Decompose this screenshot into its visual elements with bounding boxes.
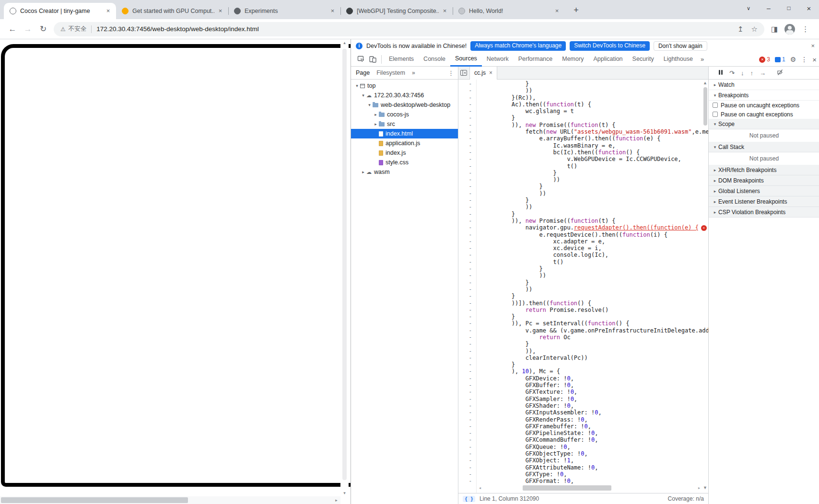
scrollbar-thumb[interactable]: [703, 87, 707, 126]
gutter-line-marker[interactable]: -: [458, 423, 476, 430]
gutter-line-marker[interactable]: -: [458, 436, 476, 443]
section-header-csp-violation-breakpoints[interactable]: ▸CSP Violation Breakpoints: [709, 207, 819, 218]
gutter-line-marker[interactable]: -: [458, 142, 476, 149]
navigator-tab-page[interactable]: Page: [356, 69, 370, 76]
gutter-line-marker[interactable]: -: [458, 238, 476, 245]
tab-close-icon[interactable]: ×: [328, 7, 337, 15]
profile-avatar[interactable]: [784, 24, 795, 34]
scroll-left-arrow-icon[interactable]: ◂: [477, 485, 483, 491]
more-tabs-icon[interactable]: »: [412, 69, 415, 76]
panel-tab-lighthouse[interactable]: Lighthouse: [659, 52, 698, 67]
forward-button[interactable]: →: [20, 22, 35, 37]
gutter-line-marker[interactable]: -: [458, 204, 476, 210]
panel-tab-performance[interactable]: Performance: [514, 52, 558, 67]
gutter-line-marker[interactable]: -: [458, 94, 476, 101]
console-error-badge[interactable]: × 3: [759, 56, 770, 63]
scroll-up-arrow-icon[interactable]: ▴: [340, 39, 349, 46]
chevron-down-icon[interactable]: ▾: [366, 103, 373, 107]
code-editor[interactable]: ----------------------------------------…: [458, 80, 708, 504]
navigator-menu-kebab-icon[interactable]: ⋮: [448, 69, 454, 77]
scroll-right-arrow-icon[interactable]: ▸: [332, 497, 340, 504]
back-button[interactable]: ←: [5, 22, 20, 37]
gutter-line-marker[interactable]: -: [458, 176, 476, 183]
window-close-button[interactable]: ×: [799, 4, 819, 12]
gutter-line-marker[interactable]: -: [458, 128, 476, 135]
pretty-print-icon[interactable]: { }: [463, 496, 475, 502]
gutter-line-marker[interactable]: -: [458, 87, 476, 94]
gutter-line-marker[interactable]: -: [458, 279, 476, 286]
editor-vertical-scrollbar[interactable]: ▲ ▼: [702, 80, 708, 491]
step-out-icon[interactable]: ↑: [750, 69, 753, 77]
gutter-line-marker[interactable]: -: [458, 80, 476, 87]
gutter-line-marker[interactable]: -: [458, 457, 476, 464]
checkbox[interactable]: [713, 112, 718, 117]
side-panel-icon[interactable]: ◨: [771, 25, 778, 34]
section-header-event-listener-breakpoints[interactable]: ▸Event Listener Breakpoints: [709, 196, 819, 207]
dont-show-again-button[interactable]: Don't show again: [654, 41, 707, 51]
tree-item-172.20.30.43-7456[interactable]: ▾☁172.20.30.43:7456: [351, 91, 458, 100]
gutter-line-marker[interactable]: -: [458, 170, 476, 176]
gutter-line-marker[interactable]: -: [458, 327, 476, 334]
scroll-down-arrow-icon[interactable]: ▾: [340, 490, 349, 496]
pause-script-icon[interactable]: [718, 69, 723, 77]
page-horizontal-scrollbar[interactable]: ▸: [0, 496, 340, 504]
tree-item-cocos-js[interactable]: ▸cocos-js: [351, 110, 458, 119]
gutter-line-marker[interactable]: -: [458, 245, 476, 252]
match-language-button[interactable]: Always match Chrome's language: [470, 41, 566, 51]
section-header-call-stack[interactable]: ▾Call Stack: [709, 142, 819, 152]
tree-item-web-desktop-web-desktop[interactable]: ▾web-desktop/web-desktop: [351, 100, 458, 110]
section-header-global-listeners[interactable]: ▸Global Listeners: [709, 186, 819, 196]
section-header-watch[interactable]: ▸Watch: [709, 80, 819, 90]
step-over-icon[interactable]: ↷: [729, 69, 735, 77]
deactivate-breakpoints-icon[interactable]: [777, 69, 784, 77]
breakpoint-option-row[interactable]: Pause on caught exceptions: [709, 110, 819, 119]
gutter-line-marker[interactable]: -: [458, 464, 476, 471]
gutter-line-marker[interactable]: -: [458, 149, 476, 156]
gutter-line-marker[interactable]: -: [458, 430, 476, 436]
chevron-right-icon[interactable]: ▸: [373, 112, 379, 117]
gutter-line-marker[interactable]: -: [458, 307, 476, 313]
tree-item-wasm[interactable]: ▸☁wasm: [351, 167, 458, 177]
gutter-line-marker[interactable]: -: [458, 478, 476, 484]
gutter-line-marker[interactable]: -: [458, 211, 476, 218]
gutter-line-marker[interactable]: -: [458, 224, 476, 231]
browser-menu-kebab-icon[interactable]: ⋮: [802, 25, 809, 34]
gutter-line-marker[interactable]: -: [458, 252, 476, 258]
gutter-line-marker[interactable]: -: [458, 108, 476, 115]
panel-tab-application[interactable]: Application: [588, 52, 627, 67]
infobar-close-icon[interactable]: ×: [811, 42, 815, 49]
gutter-line-marker[interactable]: -: [458, 348, 476, 355]
gutter-line-marker[interactable]: -: [458, 368, 476, 375]
navigator-toggle-icon[interactable]: [460, 70, 467, 76]
gutter-line-marker[interactable]: -: [458, 471, 476, 478]
gutter-line-marker[interactable]: -: [458, 183, 476, 190]
gutter-line-marker[interactable]: -: [458, 300, 476, 307]
chevron-right-icon[interactable]: ▸: [373, 122, 379, 126]
gutter-line-marker[interactable]: -: [458, 135, 476, 142]
gutter-line-marker[interactable]: -: [458, 450, 476, 457]
checkbox[interactable]: [713, 103, 718, 108]
tab-close-icon[interactable]: ×: [553, 7, 561, 15]
maximize-button[interactable]: □: [779, 5, 799, 11]
gutter-line-marker[interactable]: -: [458, 218, 476, 224]
issues-badge[interactable]: 1: [775, 56, 785, 63]
section-header-xhr-fetch-breakpoints[interactable]: ▸XHR/fetch Breakpoints: [709, 165, 819, 175]
browser-tab[interactable]: [WebGPU] Testing Composite...×: [340, 3, 453, 19]
gutter-line-marker[interactable]: -: [458, 272, 476, 279]
scroll-right-arrow-icon[interactable]: ▸: [696, 485, 702, 491]
browser-tab[interactable]: Cocos Creator | tiny-game×: [4, 3, 116, 19]
gutter-line-marker[interactable]: -: [458, 361, 476, 368]
gutter-line-marker[interactable]: -: [458, 355, 476, 361]
step-into-icon[interactable]: ↓: [741, 69, 744, 77]
gutter-line-marker[interactable]: -: [458, 122, 476, 128]
browser-tab[interactable]: Hello, World!×: [453, 3, 565, 19]
tab-search-chevron-icon[interactable]: ∨: [738, 5, 759, 11]
chevron-down-icon[interactable]: ▾: [354, 83, 360, 88]
scrollbar-thumb[interactable]: [1, 497, 188, 503]
gutter-line-marker[interactable]: -: [458, 334, 476, 341]
gutter-line-marker[interactable]: -: [458, 101, 476, 108]
section-header-breakpoints[interactable]: ▾Breakpoints: [709, 90, 819, 101]
navigator-tab-filesystem[interactable]: Filesystem: [376, 69, 405, 76]
gutter-line-marker[interactable]: -: [458, 259, 476, 265]
gutter-line-marker[interactable]: -: [458, 402, 476, 409]
